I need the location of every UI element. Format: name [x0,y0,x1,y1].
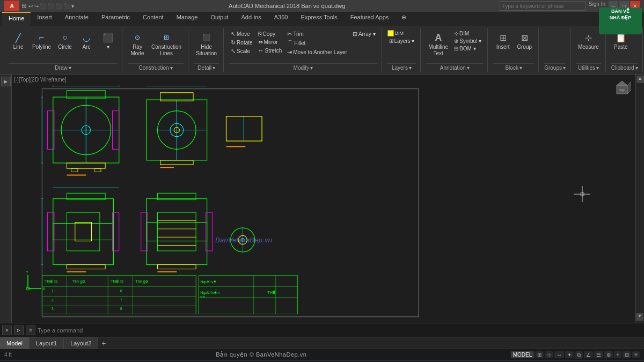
array-icon: ⊞ [353,31,357,38]
detail-group-arrow[interactable]: ▾ [213,65,215,71]
polyline-icon: ⌐ [35,31,48,44]
dim-button[interactable]: ⊹ DIM [452,30,483,37]
group-label: Group [517,44,532,50]
trim-button[interactable]: ✂Trim [286,30,349,38]
move-icon: ↖ [231,31,236,38]
left-panel-btn-1[interactable]: ▶ [1,77,11,86]
hide-situation-button[interactable]: ⬛ HideSituation [194,30,219,58]
circle-button[interactable]: ○ Circle [55,30,75,51]
block-items: ⊞ Insert ⊠ Group [493,28,534,62]
tab-output[interactable]: Output [204,12,235,26]
more-draw-button[interactable]: ⬛ ▾ [98,30,118,51]
watermark-text: BanVeNhaDep.vn [215,236,272,244]
construction-group-arrow[interactable]: ▾ [170,65,173,71]
otrack-status-btn[interactable]: ∠ [584,351,593,358]
osnap-status-btn[interactable]: ⧉ [575,351,583,359]
snap-status-btn[interactable]: ⊹ [545,351,553,358]
scale-button[interactable]: ⤡Scale [229,47,254,55]
app-button[interactable]: A [4,1,19,11]
svg-text:THẾ: THẾ [267,290,275,295]
group-button[interactable]: ⊠ Group [515,30,534,51]
ucs-icon: X Y [23,267,49,296]
tab-layout1[interactable]: Layout1 [30,337,64,349]
grid-status-btn[interactable]: ⊞ [535,351,544,358]
ray-mode-button[interactable]: ⊙ RayMode [128,30,147,58]
statusbar-left: 4 ft [4,352,12,358]
draw-group-arrow[interactable]: ▾ [69,65,71,71]
rotate-button[interactable]: ↻Rotate [229,39,254,47]
main-area: ▶ [-][Top][2D Wireframe] [0,75,644,323]
layers-group-arrow[interactable]: ▾ [409,65,412,71]
ribbon-group-clipboard: 📋 Paste Clipboard ▾ [607,28,643,72]
arc-button[interactable]: ◡ Arc [77,30,96,51]
svg-marker-99 [617,81,627,85]
annotation-group-arrow[interactable]: ▾ [467,65,470,71]
move-layer-button[interactable]: ⇥Move to Another Layer [286,48,349,56]
search-input[interactable] [500,1,586,11]
polar-status-btn[interactable]: ✦ [565,351,574,358]
tab-add[interactable]: ⊕ [395,12,413,26]
model-status-btn[interactable]: MODEL [511,351,535,358]
cmd-close-btn[interactable]: ✕ [2,326,12,335]
tab-featured[interactable]: Featured Apps [344,12,396,26]
utilities-group-label: Utilities ▾ [576,63,601,72]
modify-group-arrow[interactable]: ▾ [310,65,313,71]
measure-button[interactable]: ⊹ Measure [576,30,601,51]
hide-situation-label: HideSituation [196,44,217,57]
construction-lines-button[interactable]: ⊞ ConstructionLines [149,30,184,58]
clipboard-group-arrow[interactable]: ▾ [635,65,638,71]
svg-text:Người vẽ: Người vẽ [200,280,215,284]
move-button[interactable]: ↖Move [229,30,254,38]
groups-group-arrow[interactable]: ▾ [563,65,566,71]
array-button[interactable]: ⊞Array ▾ [351,30,377,38]
block-group-arrow[interactable]: ▾ [519,65,522,71]
lineweight-status-btn[interactable]: ☰ [594,351,603,358]
tab-annotate[interactable]: Annotate [58,12,95,26]
line-button[interactable]: ╱ Line [9,30,28,51]
tab-content[interactable]: Content [136,12,170,26]
workspace-btn[interactable]: ≡ [632,351,640,358]
utilities-group-arrow[interactable]: ▾ [596,65,599,71]
transparency-status-btn[interactable]: ⊕ [604,351,613,358]
more-draw-icon: ⬛ [101,31,114,44]
circle-icon: ○ [58,31,71,44]
copy-button[interactable]: ⎘Copy [257,30,284,38]
logo-line1: BÀN VẼ [602,9,639,15]
bom-button[interactable]: ⊟ BOM ▾ [452,45,483,52]
tab-layout2[interactable]: Layout2 [64,337,98,349]
fillet-button[interactable]: ⌒Fillet [286,39,349,48]
ribbon-group-detail: ⬛ HideSituation Detail ▾ [189,28,224,72]
layer-name[interactable]: DIM [395,31,404,36]
insert-button[interactable]: ⊞ Insert [493,30,513,51]
cmd-menu-btn[interactable]: ≡ [26,326,35,335]
copy-icon: ⎘ [258,31,262,37]
tab-insert[interactable]: Insert [31,12,58,26]
tab-addins[interactable]: Add-ins [235,12,267,26]
layer-color-swatch[interactable] [387,30,394,36]
symbol-button[interactable]: ⊕ Symbol ▾ [452,38,483,45]
tab-parametric[interactable]: Parametric [95,12,136,26]
annotation-scale-btn[interactable]: ⊟ [623,351,631,358]
tab-model[interactable]: Model [0,337,30,349]
canvas-area[interactable]: [-][Top][2D Wireframe] [12,75,644,323]
tab-home[interactable]: Home [2,12,31,26]
stretch-button[interactable]: ↔Stretch [257,47,284,54]
vertical-scroll-right[interactable]: ▲ ▼ [635,75,644,323]
add-layout-button[interactable]: + [98,337,109,349]
tab-manage[interactable]: Manage [170,12,204,26]
more-draw-label: ▾ [107,44,109,50]
text-button[interactable]: A MultilineText [426,30,450,58]
tab-express[interactable]: Express Tools [294,12,343,26]
svg-text:3: 3 [52,307,54,311]
mirror-button[interactable]: ⇔Mirror [257,38,284,46]
layers-panel-button[interactable]: ⊞ Layers ▾ [387,38,416,45]
selection-status-btn[interactable]: + [614,351,621,358]
ortho-status-btn[interactable]: ↔ [554,351,564,358]
viewcube[interactable]: Top [612,79,631,98]
polyline-button[interactable]: ⌐ Polyline [30,30,53,51]
command-input[interactable] [38,327,642,334]
cmd-expand-btn[interactable]: ⊳ [14,326,24,335]
tab-a360[interactable]: A360 [268,12,295,26]
annotation-group-label: Annotation ▾ [426,63,483,72]
fillet-icon: ⌒ [287,39,293,47]
